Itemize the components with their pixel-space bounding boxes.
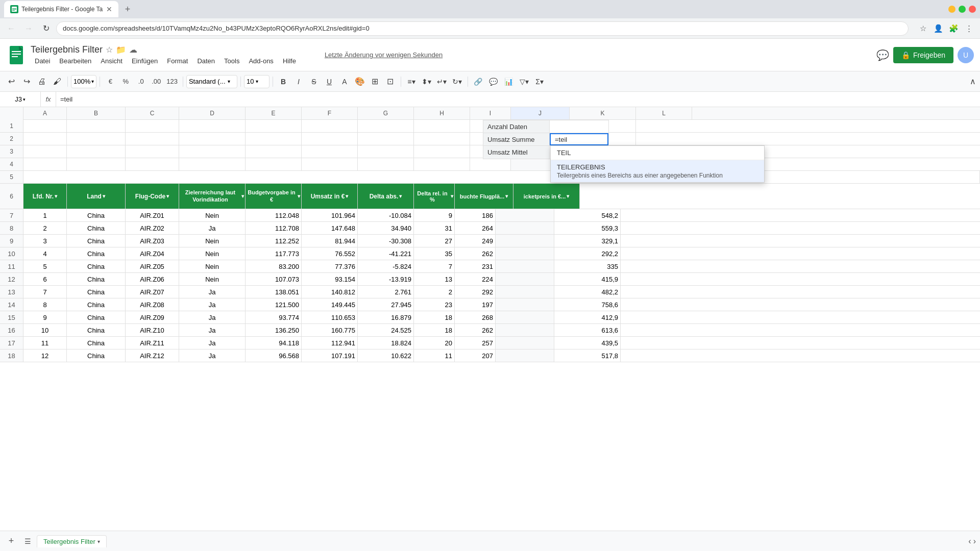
col-header-E[interactable]: E xyxy=(246,107,302,119)
cell-D8[interactable]: Ja xyxy=(179,222,246,234)
refresh-button[interactable]: ↻ xyxy=(39,21,53,36)
wrap-button[interactable]: ↵▾ xyxy=(435,74,449,89)
font-size-select[interactable]: 10 ▾ xyxy=(244,75,270,88)
cell-H4[interactable] xyxy=(414,158,470,170)
cell-F17[interactable]: 112.941 xyxy=(302,337,358,349)
col-header-G[interactable]: G xyxy=(358,107,414,119)
scroll-sheets-right[interactable]: › xyxy=(973,537,976,546)
cell-A7[interactable]: 1 xyxy=(23,209,67,221)
cell-B1[interactable] xyxy=(67,120,126,132)
cell-K8[interactable]: 559,3 xyxy=(554,222,621,234)
cell-K14[interactable]: 758,6 xyxy=(554,298,621,311)
cell-G12[interactable]: -13.919 xyxy=(358,273,414,285)
cell-C12[interactable]: AIR.Z06 xyxy=(126,273,179,285)
forward-button[interactable]: → xyxy=(21,21,36,36)
cell-B18[interactable]: China xyxy=(67,349,126,362)
cell-D4[interactable] xyxy=(179,158,246,170)
menu-einfuegen[interactable]: Einfügen xyxy=(128,56,162,66)
cell-J16[interactable] xyxy=(496,324,554,336)
cell-E4[interactable] xyxy=(246,158,302,170)
cell-C2[interactable] xyxy=(126,133,179,145)
zoom-control[interactable]: 100% ▾ xyxy=(71,75,96,88)
close-button[interactable] xyxy=(969,6,976,13)
menu-bearbeiten[interactable]: Bearbeiten xyxy=(55,56,95,66)
cell-B2[interactable] xyxy=(67,133,126,145)
row-num-8[interactable]: 8 xyxy=(0,222,23,234)
cell-C7[interactable]: AIR.Z01 xyxy=(126,209,179,221)
cell-H13[interactable]: 2 xyxy=(414,286,455,298)
cell-F9[interactable]: 81.944 xyxy=(302,235,358,247)
cell-A14[interactable]: 8 xyxy=(23,298,67,311)
header-ticketpreis[interactable]: icketpreis in €... ▾ xyxy=(513,184,580,209)
cell-E18[interactable]: 96.568 xyxy=(246,349,302,362)
cell-F15[interactable]: 110.653 xyxy=(302,311,358,323)
cell-J8[interactable] xyxy=(496,222,554,234)
star-button[interactable]: ☆ xyxy=(106,45,113,55)
comment-button[interactable]: 💬 xyxy=(486,74,501,89)
col-header-A[interactable]: A xyxy=(23,107,67,119)
cell-I8[interactable]: 264 xyxy=(455,222,496,234)
cell-C18[interactable]: AIR.Z12 xyxy=(126,349,179,362)
cell-G8[interactable]: 34.940 xyxy=(358,222,414,234)
cell-B17[interactable]: China xyxy=(67,337,126,349)
bookmark-button[interactable]: ☆ xyxy=(916,21,930,36)
cell-I15[interactable]: 268 xyxy=(455,311,496,323)
cell-D3[interactable] xyxy=(179,145,246,158)
cell-A12[interactable]: 6 xyxy=(23,273,67,285)
cell-B8[interactable]: China xyxy=(67,222,126,234)
cell-K10[interactable]: 292,2 xyxy=(554,247,621,260)
row-num-9[interactable]: 9 xyxy=(0,235,23,247)
tab-close-icon[interactable]: ✕ xyxy=(106,5,112,13)
cell-I12[interactable]: 224 xyxy=(455,273,496,285)
cell-F18[interactable]: 107.191 xyxy=(302,349,358,362)
cell-H12[interactable]: 13 xyxy=(414,273,455,285)
cell-D13[interactable]: Ja xyxy=(179,286,246,298)
row-num-12[interactable]: 12 xyxy=(0,273,23,285)
row-num-5[interactable]: 5 xyxy=(0,171,23,183)
cell-J18[interactable] xyxy=(496,349,554,362)
row-num-2[interactable]: 2 xyxy=(0,133,23,145)
cell-F4[interactable] xyxy=(302,158,358,170)
cell-H3[interactable] xyxy=(414,145,470,158)
cell-K11[interactable]: 335 xyxy=(554,260,621,272)
menu-button[interactable]: ⋮ xyxy=(962,21,976,36)
menu-addons[interactable]: Add-ons xyxy=(244,56,277,66)
col-header-K[interactable]: K xyxy=(570,107,636,119)
percent-button[interactable]: % xyxy=(118,74,133,89)
col-header-I[interactable]: I xyxy=(470,107,511,119)
cell-B3[interactable] xyxy=(67,145,126,158)
cell-A1[interactable] xyxy=(23,120,67,132)
cell-B12[interactable]: China xyxy=(67,273,126,285)
rotate-button[interactable]: ↻▾ xyxy=(450,74,464,89)
cell-H16[interactable]: 18 xyxy=(414,324,455,336)
cell-J12[interactable] xyxy=(496,273,554,285)
extensions-button[interactable]: 🧩 xyxy=(946,21,961,36)
valign-button[interactable]: ⬍▾ xyxy=(420,74,434,89)
cell-G3[interactable] xyxy=(358,145,414,158)
cell-K12[interactable]: 415,9 xyxy=(554,273,621,285)
cell-C4[interactable] xyxy=(126,158,179,170)
cell-F8[interactable]: 147.648 xyxy=(302,222,358,234)
cell-G11[interactable]: -5.824 xyxy=(358,260,414,272)
cell-A16[interactable]: 10 xyxy=(23,324,67,336)
col-header-J[interactable]: J xyxy=(511,107,570,119)
cell-A10[interactable]: 4 xyxy=(23,247,67,260)
cell-D18[interactable]: Ja xyxy=(179,349,246,362)
cell-A8[interactable]: 2 xyxy=(23,222,67,234)
font-format-select[interactable]: Standard (... ▾ xyxy=(186,75,237,88)
cell-D10[interactable]: Nein xyxy=(179,247,246,260)
cell-F1[interactable] xyxy=(302,120,358,132)
row-num-15[interactable]: 15 xyxy=(0,311,23,323)
sheet-tab-teilergebnis[interactable]: Teilergebnis Filter ▾ xyxy=(37,535,107,547)
sheet-list-button[interactable]: ☰ xyxy=(20,534,35,548)
cell-A2[interactable] xyxy=(23,133,67,145)
bold-button[interactable]: B xyxy=(276,74,290,89)
header-delta-abs[interactable]: Delta abs. ▾ xyxy=(358,184,414,209)
row-num-3[interactable]: 3 xyxy=(0,145,23,158)
autocomplete-item-teil[interactable]: TEIL xyxy=(551,146,764,160)
align-button[interactable]: ≡▾ xyxy=(404,74,419,89)
cell-I17[interactable]: 257 xyxy=(455,337,496,349)
cell-K18[interactable]: 517,8 xyxy=(554,349,621,362)
cell-B15[interactable]: China xyxy=(67,311,126,323)
cell-C9[interactable]: AIR.Z03 xyxy=(126,235,179,247)
